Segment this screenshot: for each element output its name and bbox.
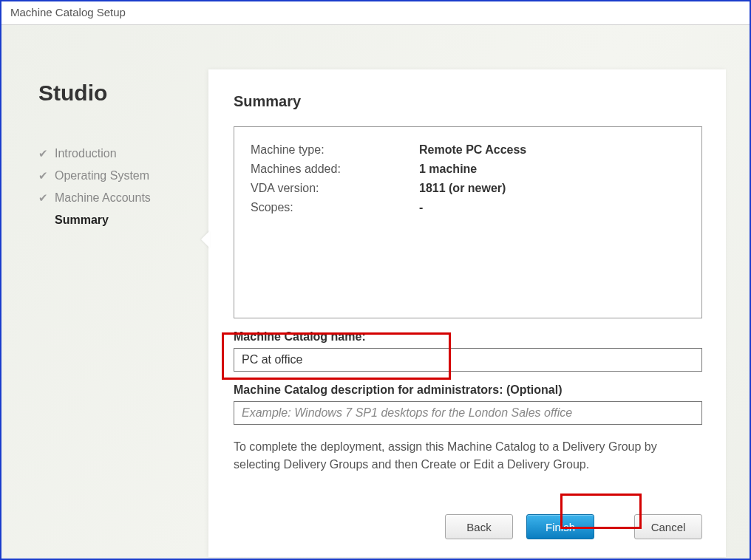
summary-value: Remote PC Access — [419, 143, 526, 157]
summary-value: 1811 (or newer) — [419, 182, 506, 195]
nav-step-machine-accounts[interactable]: ✔ Machine Accounts — [38, 187, 194, 209]
summary-box: Machine type: Remote PC Access Machines … — [234, 126, 702, 318]
finish-button[interactable]: Finish — [526, 514, 594, 539]
wizard-sidebar: Studio ✔ Introduction ✔ Operating System… — [38, 81, 194, 231]
catalog-description-input[interactable] — [234, 401, 702, 425]
catalog-name-label: Machine Catalog name: — [234, 330, 702, 344]
panel-title: Summary — [234, 93, 702, 110]
window-title: Machine Catalog Setup — [1, 1, 750, 25]
check-icon: ✔ — [38, 169, 49, 182]
nav-step-label: Introduction — [55, 147, 117, 160]
summary-key: VDA version: — [251, 182, 419, 195]
nav-step-label: Operating System — [55, 169, 149, 182]
summary-key: Machines added: — [251, 163, 419, 176]
cancel-button[interactable]: Cancel — [634, 514, 702, 539]
check-icon: ✔ — [38, 191, 49, 205]
summary-key: Machine type: — [251, 143, 419, 157]
nav-step-operating-system[interactable]: ✔ Operating System — [38, 165, 194, 187]
wizard-window: Machine Catalog Setup Studio ✔ Introduct… — [0, 0, 751, 560]
summary-value: - — [419, 201, 423, 214]
summary-row-scopes: Scopes: - — [251, 198, 685, 217]
catalog-description-label: Machine Catalog description for administ… — [234, 383, 702, 397]
studio-title: Studio — [38, 81, 194, 106]
nav-step-label: Machine Accounts — [55, 191, 151, 205]
summary-row-vda-version: VDA version: 1811 (or newer) — [251, 179, 685, 198]
summary-key: Scopes: — [251, 201, 419, 214]
nav-step-summary[interactable]: ✔ Summary — [38, 209, 194, 231]
summary-row-machines-added: Machines added: 1 machine — [251, 160, 685, 179]
button-row: Back Finish Cancel — [445, 514, 702, 539]
catalog-name-input[interactable] — [234, 348, 702, 372]
wizard-body: Studio ✔ Introduction ✔ Operating System… — [1, 25, 750, 559]
summary-row-machine-type: Machine type: Remote PC Access — [251, 140, 685, 160]
nav-step-introduction[interactable]: ✔ Introduction — [38, 143, 194, 165]
check-icon: ✔ — [38, 147, 49, 160]
summary-value: 1 machine — [419, 163, 477, 176]
deployment-hint: To complete the deployment, assign this … — [234, 438, 702, 474]
nav-step-label: Summary — [55, 214, 109, 227]
wizard-panel: Summary Machine type: Remote PC Access M… — [208, 69, 726, 557]
back-button[interactable]: Back — [445, 514, 513, 539]
